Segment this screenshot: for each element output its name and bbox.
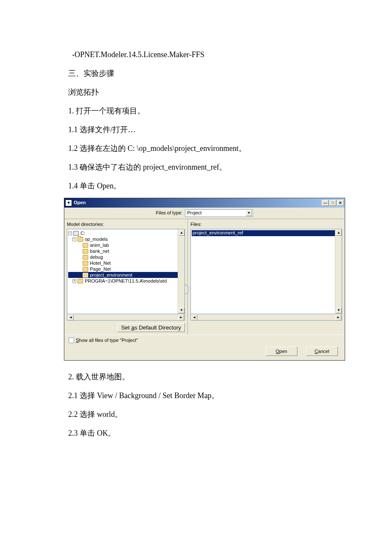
scroll-right-icon[interactable]: ►	[335, 315, 341, 321]
btn-text: ancel	[318, 349, 329, 354]
label-text: how all files of type "Project"	[79, 338, 138, 343]
files-of-type-label: Files of type:	[156, 210, 182, 216]
tree-label: op_models	[85, 237, 108, 242]
show-all-files-label: Show all files of type "Project"	[76, 338, 138, 343]
heading-steps: 三、实验步骤	[68, 66, 324, 81]
folder-icon	[78, 279, 83, 283]
folder-open-icon	[78, 237, 83, 242]
tree-node[interactable]: Page_Net	[68, 266, 184, 272]
tree-label: bank_net	[90, 249, 109, 254]
folder-icon	[83, 267, 88, 272]
app-icon: ✦	[65, 199, 72, 206]
open-dialog: ✦ Open — □ ✕ Files of type: Project ▼ ww…	[64, 198, 345, 361]
accel: O	[276, 349, 280, 354]
tree-node-c[interactable]: − C:	[68, 230, 184, 236]
step: 1.4 单击 Open。	[68, 178, 324, 194]
step: 1.3 确保选中了右边的 project_environment_ref。	[68, 159, 324, 175]
tree-node[interactable]: anim_lab	[68, 242, 184, 248]
open-button[interactable]: Open	[265, 347, 297, 356]
minimize-button[interactable]: —	[322, 200, 329, 206]
tree-label: C:	[81, 231, 85, 236]
scroll-left-icon[interactable]: ◄	[68, 315, 74, 321]
step: 2. 载入世界地图。	[68, 369, 324, 384]
tree-node[interactable]: Hotel_Net	[68, 260, 184, 266]
cancel-button[interactable]: Cancel	[306, 347, 338, 356]
step: 2.3 单击 OK。	[68, 425, 324, 441]
tree-label: Page_Net	[90, 266, 111, 272]
titlebar: ✦ Open — □ ✕	[64, 198, 345, 208]
tree-label: project_environment	[90, 272, 133, 278]
dialog-title: Open	[74, 200, 322, 205]
tree-node-opmodels[interactable]: − op_models	[68, 236, 184, 242]
files-of-type-row: Files of type: Project ▼	[64, 208, 345, 219]
text-line: 浏览拓扑	[68, 84, 324, 100]
tree-label: anim_lab	[90, 243, 109, 248]
btn-text: pen	[280, 349, 287, 354]
accel: C	[314, 349, 318, 354]
step: 2.1 选择 View / Background / Set Border Ma…	[68, 388, 324, 403]
files-list[interactable]: project_environment_ref	[190, 229, 342, 314]
folder-icon	[83, 243, 88, 248]
step: 2.2 选择 world。	[68, 407, 324, 422]
files-of-type-value: Project	[187, 210, 202, 216]
vertical-scrollbar[interactable]: ▲ ▼	[335, 229, 342, 314]
collapse-icon[interactable]: −	[72, 237, 76, 241]
chevron-down-icon: ▼	[246, 210, 252, 216]
step: 1. 打开一个现有项目。	[68, 103, 324, 119]
close-button[interactable]: ✕	[337, 200, 344, 206]
tree-label: debug	[90, 254, 103, 260]
scroll-up-icon[interactable]: ▲	[336, 230, 342, 236]
text-line: -OPNET.Modeler.14.5.License.Maker-FFS	[68, 47, 324, 62]
maximize-button[interactable]: □	[329, 200, 336, 206]
collapse-icon[interactable]: −	[68, 231, 72, 235]
directory-tree[interactable]: − C: − op_models anim_lab	[67, 229, 185, 314]
scroll-down-icon[interactable]: ▼	[336, 307, 342, 313]
show-all-files-checkbox[interactable]	[69, 338, 74, 343]
btn-text: s Default Directory	[134, 324, 181, 331]
tree-label: PROGRA~1\OPNET\11.5.A\models\std	[85, 278, 167, 284]
tree-node-selected[interactable]: project_environment	[68, 272, 184, 278]
step: 1.2 选择在左边的 C: \op_models\project_environ…	[68, 141, 324, 156]
tree-node[interactable]: bank_net	[68, 248, 184, 254]
expand-icon[interactable]: +	[72, 279, 76, 283]
scroll-right-icon[interactable]: ►	[178, 315, 184, 321]
scroll-down-icon[interactable]: ▼	[179, 307, 184, 313]
scroll-left-icon[interactable]: ◄	[191, 315, 197, 321]
vertical-scrollbar[interactable]: ▲ ▼	[178, 229, 184, 314]
horizontal-scrollbar[interactable]: ◄ ►	[190, 314, 342, 321]
btn-text: Set	[121, 324, 131, 331]
file-item-selected[interactable]: project_environment_ref	[192, 230, 341, 236]
model-directories-label: Model directories:	[67, 222, 185, 227]
tree-node[interactable]: debug	[68, 254, 184, 260]
folder-icon	[83, 261, 88, 266]
drive-icon	[73, 231, 79, 236]
scroll-up-icon[interactable]: ▲	[179, 230, 184, 236]
step: 1.1 选择文件/打开…	[68, 122, 324, 137]
tree-label: Hotel_Net	[90, 260, 111, 266]
folder-icon	[83, 255, 88, 260]
set-default-directory-button[interactable]: Set as Default Directory	[117, 323, 185, 332]
folder-icon	[83, 273, 88, 278]
tree-node-progra[interactable]: + PROGRA~1\OPNET\11.5.A\models\std	[68, 278, 184, 284]
files-of-type-select[interactable]: Project ▼	[185, 209, 253, 217]
horizontal-scrollbar[interactable]: ◄ ►	[67, 314, 185, 321]
folder-icon	[83, 249, 88, 254]
files-label: Files:	[190, 222, 342, 227]
